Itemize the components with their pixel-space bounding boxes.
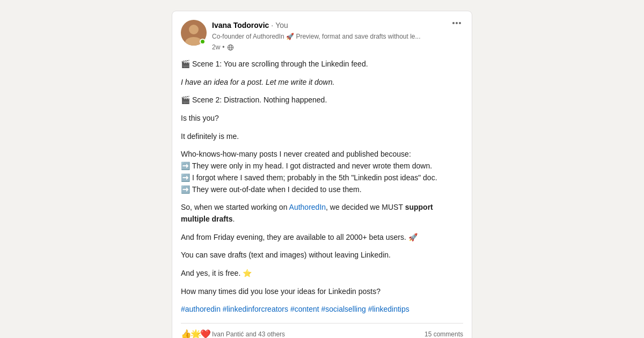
post-body: 🎬 Scene 1: You are scrolling through the… <box>181 58 463 315</box>
author-name-row: Ivana Todorovic · You <box>212 20 421 31</box>
post-card: Ivana Todorovic · You Co-founder of Auth… <box>172 11 472 338</box>
more-options-button[interactable] <box>450 20 463 26</box>
you-label: You <box>275 20 288 31</box>
globe-icon <box>227 44 234 51</box>
bullet1: ➡️ They were only in my head. I got dist… <box>181 161 432 170</box>
reactions-names[interactable]: Ivan Pantić and 43 others <box>212 329 285 338</box>
like-emoji: 👍 <box>181 328 192 338</box>
star-emoji: 🌟 <box>191 328 201 338</box>
author-meta: 2w • <box>212 42 421 52</box>
comments-count[interactable]: 15 comments <box>425 329 463 338</box>
authoredin-link[interactable]: AuthoredIn <box>289 203 326 211</box>
author-info: Ivana Todorovic · You Co-founder of Auth… <box>212 20 421 52</box>
bullet3: ➡️ They were out-of-date when I decided … <box>181 185 362 194</box>
separator: · <box>271 20 273 31</box>
question2-line: How many times did you lose your ideas f… <box>181 286 463 298</box>
save-drafts-line: You can save drafts (text and images) wi… <box>181 249 463 261</box>
author-subtitle: Co-founder of AuthoredIn 🚀 Preview, form… <box>212 32 421 41</box>
hashtags[interactable]: #authoredin #linkedinforcreators #conten… <box>181 304 463 315</box>
meta-separator: • <box>222 42 224 52</box>
avatar-container <box>181 20 207 46</box>
answer-line: It definitely is me. <box>181 131 463 143</box>
reactions-left: 👍 🌟 ❤️ Ivan Pantić and 43 others <box>181 328 285 338</box>
free-line: And yes, it is free. ⭐ <box>181 268 463 280</box>
online-indicator <box>200 39 206 45</box>
reaction-icons: 👍 🌟 ❤️ <box>181 328 210 338</box>
post-header: Ivana Todorovic · You Co-founder of Auth… <box>181 20 463 52</box>
decision-line: So, when we started working on AuthoredI… <box>181 202 463 225</box>
bullet2: ➡️ I forgot where I saved them; probably… <box>181 173 437 182</box>
scene2-line: 🎬 Scene 2: Distraction. Nothing happened… <box>181 94 463 106</box>
scene1-italic-line: I have an idea for a post. Let me write … <box>181 77 463 89</box>
intro-line: Who-knows-how-many posts I never created… <box>181 149 463 195</box>
timestamp: 2w <box>212 42 220 52</box>
author-section: Ivana Todorovic · You Co-founder of Auth… <box>181 20 421 52</box>
heart-emoji: ❤️ <box>200 328 211 338</box>
scene1-line: 🎬 Scene 1: You are scrolling through the… <box>181 58 463 70</box>
available-line: And from Friday evening, they are availa… <box>181 232 463 244</box>
author-name[interactable]: Ivana Todorovic <box>212 20 269 31</box>
reactions-row: 👍 🌟 ❤️ Ivan Pantić and 43 others 15 comm… <box>181 323 463 338</box>
question-line: Is this you? <box>181 113 463 124</box>
svg-point-1 <box>189 25 199 34</box>
